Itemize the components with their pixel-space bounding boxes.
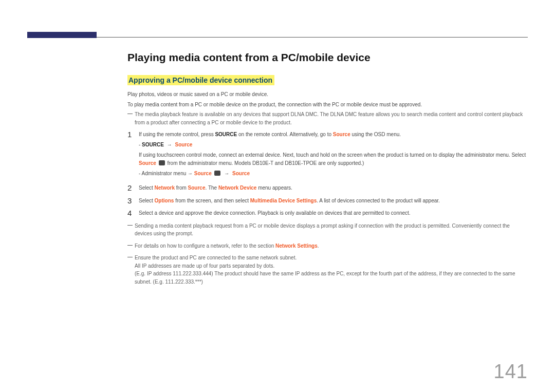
step1-source-label: SOURCE bbox=[215, 132, 237, 137]
step1-text-a: If using the remote control, press bbox=[139, 132, 215, 137]
step2-b: from bbox=[175, 185, 188, 191]
arrow-icon: → bbox=[164, 142, 175, 147]
step-number: 1 bbox=[127, 130, 139, 139]
page-content: Playing media content from a PC/mobile d… bbox=[127, 51, 528, 290]
n2-post: . bbox=[318, 243, 319, 249]
header-accent-bar bbox=[27, 32, 97, 38]
page-title: Playing media content from a PC/mobile d… bbox=[127, 51, 528, 64]
step2-c: . The bbox=[206, 185, 218, 191]
step1-line2-a: If using touchscreen control mode, conne… bbox=[139, 152, 526, 158]
step1-sub2-o2: Source bbox=[232, 171, 250, 176]
step1-source-link: Source bbox=[333, 132, 350, 137]
step-4: 4 Select a device and approve the device… bbox=[127, 209, 528, 218]
step2-network-device: Network Device bbox=[218, 185, 256, 191]
step1-sub2-path: - Administrator menu → Source → Source bbox=[139, 170, 528, 178]
bottom-note-1: Sending a media content playback request… bbox=[127, 222, 528, 238]
step2-a: Select bbox=[139, 185, 155, 191]
step-3: 3 Select Options from the screen, and th… bbox=[127, 197, 528, 206]
bottom-note-1-text: Sending a media content playback request… bbox=[135, 222, 528, 238]
top-note-text: The media playback feature is available … bbox=[135, 110, 528, 126]
step-number: 2 bbox=[127, 184, 139, 193]
step3-a: Select bbox=[139, 198, 155, 203]
bottom-note-3: Ensure the product and PC are connected … bbox=[127, 254, 528, 286]
step1-sub-bold: SOURCE bbox=[142, 142, 164, 147]
step1-sub-orange: Source bbox=[175, 142, 192, 147]
step3-mds: Multimedia Device Settings bbox=[250, 198, 317, 203]
intro-paragraph-2: To play media content from a PC or mobil… bbox=[127, 101, 528, 109]
step-body: Select a device and approve the device c… bbox=[139, 209, 528, 217]
step1-sub2-o1: Source bbox=[194, 171, 212, 176]
step-number: 4 bbox=[127, 209, 139, 218]
n3-main: Ensure the product and PC are connected … bbox=[135, 254, 528, 262]
arrow-icon: → bbox=[221, 171, 233, 176]
step-body: If using the remote control, press SOURC… bbox=[139, 130, 528, 180]
n2-pre: For details on how to configure a networ… bbox=[135, 243, 275, 249]
n2-link: Network Settings bbox=[275, 243, 318, 249]
step2-source: Source bbox=[188, 185, 206, 191]
step3-b: from the screen, and then select bbox=[174, 198, 250, 203]
note-dash-icon bbox=[127, 110, 135, 118]
source-icon bbox=[159, 160, 165, 165]
n3-sub1: All IP addresses are made up of four par… bbox=[135, 262, 528, 270]
step-1: 1 If using the remote control, press SOU… bbox=[127, 130, 528, 180]
step1-line2-source: Source bbox=[139, 160, 156, 166]
page-number: 141 bbox=[494, 361, 528, 383]
step-2: 2 Select Network from Source. The Networ… bbox=[127, 184, 528, 193]
note-dash-icon bbox=[127, 254, 135, 261]
step-number: 3 bbox=[127, 197, 139, 206]
step3-options: Options bbox=[155, 198, 174, 203]
step3-c: . A list of devices connected to the pro… bbox=[317, 198, 440, 203]
top-note: The media playback feature is available … bbox=[127, 110, 528, 126]
step-body: Select Options from the screen, and then… bbox=[139, 197, 528, 205]
note-dash-icon bbox=[127, 242, 135, 249]
step-body: Select Network from Source. The Network … bbox=[139, 184, 528, 192]
section-subtitle: Approving a PC/mobile device connection bbox=[127, 75, 274, 85]
bottom-note-2: For details on how to configure a networ… bbox=[127, 242, 528, 250]
bottom-note-2-text: For details on how to configure a networ… bbox=[135, 242, 528, 250]
sub2-prefix: - Administrator menu → bbox=[139, 171, 194, 176]
note-dash-icon bbox=[127, 222, 135, 229]
step1-text-c: using the OSD menu. bbox=[350, 132, 401, 137]
step1-text-b: on the remote control. Alternatively, go… bbox=[237, 132, 333, 137]
n3-sub2: (E.g. IP address 111.222.333.444) The pr… bbox=[135, 270, 528, 286]
step1-line2: If using touchscreen control mode, conne… bbox=[139, 151, 528, 167]
step2-network: Network bbox=[155, 185, 175, 191]
source-icon bbox=[214, 171, 220, 176]
step1-sub-path: - SOURCE → Source bbox=[139, 141, 528, 149]
step2-d: menu appears. bbox=[256, 185, 292, 191]
intro-paragraph-1: Play photos, videos or music saved on a … bbox=[127, 90, 528, 99]
step1-line2-b: from the administrator menu. Models DB10… bbox=[167, 160, 364, 166]
header-divider bbox=[97, 37, 528, 38]
bottom-note-3-text: Ensure the product and PC are connected … bbox=[135, 254, 528, 286]
